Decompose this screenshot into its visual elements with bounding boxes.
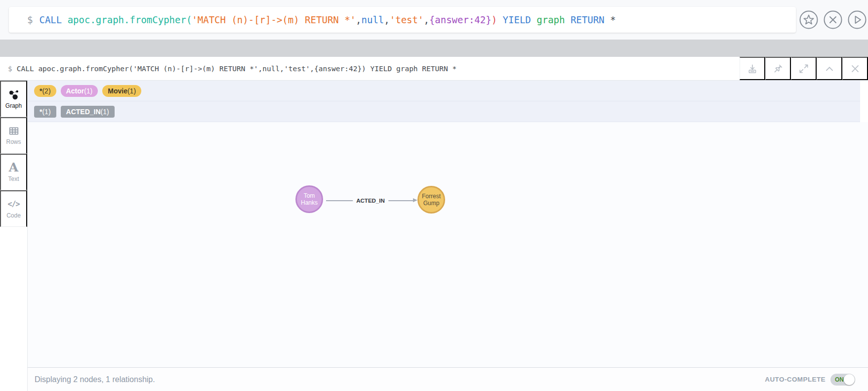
close-frame-button[interactable] xyxy=(842,57,868,80)
code-token: RETURN xyxy=(571,14,605,25)
code-token: 'MATCH (n)-[r]->(m) RETURN *' xyxy=(192,14,356,25)
result-summary: Displaying 2 nodes, 1 relationship. xyxy=(35,375,155,384)
relationship-type-pill[interactable]: ACTED_IN(1) xyxy=(61,106,115,118)
editor-prompt: $ xyxy=(27,14,33,25)
frame-header: $ CALL apoc.graph.fromCypher('MATCH (n)-… xyxy=(0,57,868,81)
relationship-type-pill[interactable]: *(1) xyxy=(34,106,56,118)
editor-query: CALL apoc.graph.fromCypher('MATCH (n)-[r… xyxy=(39,14,616,25)
auto-complete-label: AUTO-COMPLETE xyxy=(765,376,826,383)
code-token: , xyxy=(423,14,429,25)
code-token: ( xyxy=(186,14,192,25)
node-label-pill[interactable]: Actor(1) xyxy=(61,85,98,97)
code-token xyxy=(531,14,537,25)
run-query-button[interactable] xyxy=(847,10,867,30)
code-token: , xyxy=(356,14,361,25)
tab-rows[interactable]: Rows xyxy=(0,117,27,154)
node-caption-line: Forrest xyxy=(422,193,441,200)
graph-node-forrest-gump[interactable]: Forrest Gump xyxy=(417,186,445,214)
result-frame: $ CALL apoc.graph.fromCypher('MATCH (n)-… xyxy=(0,57,868,391)
top-section: $ CALL apoc.graph.fromCypher('MATCH (n)-… xyxy=(0,0,868,57)
frame-query-text[interactable]: CALL apoc.graph.fromCypher('MATCH (n)-[r… xyxy=(17,65,456,73)
rows-icon xyxy=(8,126,19,136)
code-token: CALL xyxy=(39,14,62,25)
tab-text[interactable]: A Text xyxy=(0,154,27,190)
auto-complete-toggle[interactable]: ON xyxy=(830,374,855,386)
download-icon xyxy=(747,63,758,74)
code-token xyxy=(497,14,502,25)
tab-label: Rows xyxy=(6,138,21,145)
code-token xyxy=(565,14,570,25)
code-token: YIELD xyxy=(503,14,531,25)
code-token: 'test' xyxy=(390,14,424,25)
auto-complete-control: AUTO-COMPLETE ON xyxy=(765,374,855,386)
tab-label: Graph xyxy=(5,102,22,109)
code-token: , xyxy=(384,14,389,25)
node-caption-line: Gump xyxy=(423,200,440,207)
favorite-star-button[interactable] xyxy=(799,10,819,30)
code-token: {answer:42} xyxy=(429,14,492,25)
node-caption-line: Hanks xyxy=(301,199,318,206)
play-icon xyxy=(847,10,867,30)
clear-editor-button[interactable] xyxy=(823,10,843,30)
toggle-knob xyxy=(844,374,855,385)
tab-code[interactable]: </> Code xyxy=(0,190,27,227)
code-token xyxy=(62,14,67,25)
node-label-pill[interactable]: Movie(1) xyxy=(102,85,141,97)
fullscreen-button[interactable] xyxy=(791,57,817,80)
tab-label: Text xyxy=(8,175,19,182)
code-token: null xyxy=(362,14,384,25)
relationship-types-row: *(1)ACTED_IN(1) xyxy=(28,101,860,122)
view-sidebar: Graph Rows A Text </> Code xyxy=(0,81,28,391)
code-token xyxy=(605,14,610,25)
node-label-pill[interactable]: *(2) xyxy=(34,85,56,97)
close-circle-icon xyxy=(823,10,843,30)
status-bar: Displaying 2 nodes, 1 relationship. AUTO… xyxy=(28,367,868,391)
frame-body: Graph Rows A Text </> Code *(2)Actor(1)M… xyxy=(0,81,868,391)
graph-icon xyxy=(8,89,19,100)
graph-node-tom-hanks[interactable]: Tom Hanks xyxy=(295,185,323,213)
code-token: graph xyxy=(537,14,565,25)
node-caption-line: Tom xyxy=(304,192,315,199)
code-token: ) xyxy=(492,14,497,25)
pin-button[interactable] xyxy=(765,57,791,80)
tab-graph[interactable]: Graph xyxy=(0,81,27,117)
star-icon xyxy=(799,10,819,30)
expand-icon xyxy=(798,63,809,74)
editor-actions xyxy=(799,10,867,30)
code-token: * xyxy=(610,14,616,25)
text-icon: A xyxy=(9,162,18,173)
frame-actions xyxy=(740,57,868,80)
close-icon xyxy=(850,63,861,74)
cypher-editor-input[interactable]: $ CALL apoc.graph.fromCypher('MATCH (n)-… xyxy=(9,7,796,33)
node-labels-row: *(2)Actor(1)Movie(1) xyxy=(28,81,860,101)
code-icon: </> xyxy=(7,199,19,210)
tab-label: Code xyxy=(6,212,21,219)
relationship-arrowhead xyxy=(413,198,417,202)
download-button[interactable] xyxy=(740,57,765,80)
relationship-label[interactable]: ACTED_IN xyxy=(353,198,388,204)
chevron-up-icon xyxy=(824,63,835,74)
code-token: apoc.graph.fromCypher xyxy=(68,14,186,25)
graph-canvas[interactable]: ACTED_IN Tom Hanks Forrest Gump xyxy=(28,122,868,367)
pin-icon xyxy=(773,63,784,74)
background-band xyxy=(0,40,868,57)
collapse-button[interactable] xyxy=(817,57,842,80)
graph-view: *(2)Actor(1)Movie(1) *(1)ACTED_IN(1) ACT… xyxy=(28,81,868,391)
toggle-state-text: ON xyxy=(835,376,844,383)
frame-prompt: $ xyxy=(8,65,12,73)
